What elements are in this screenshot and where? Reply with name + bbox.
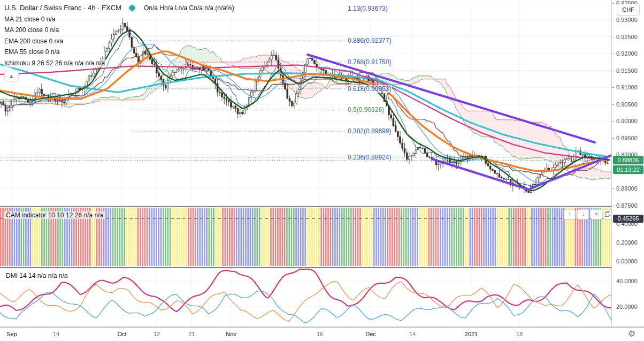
indicator-row-ma200[interactable]: MA 200 close 0 n/a xyxy=(4,26,60,34)
price-axis-tick: 0.91000 xyxy=(616,84,638,90)
time-axis-tick: 12 xyxy=(154,331,160,337)
data-source-dot-icon xyxy=(129,5,135,11)
dmi-axis-tick: 40.0000 xyxy=(616,278,638,284)
indicator-row-ema200[interactable]: EMA 200 close 0 n/a xyxy=(4,37,65,46)
symbol-title[interactable]: U.S. Dollar / Swiss Franc · 4h · FXCM xyxy=(4,3,123,12)
maximize-icon xyxy=(604,211,611,217)
pane-divider[interactable] xyxy=(0,206,644,207)
fib-level-label: 0.768(0.91750) xyxy=(347,58,392,66)
currency-toggle-button[interactable]: CHF xyxy=(617,4,640,16)
time-axis-tick: Dec xyxy=(365,331,376,337)
time-axis-tick: 2021 xyxy=(465,331,478,337)
tick-mark xyxy=(612,54,614,54)
time-axis-tick: 16 xyxy=(317,331,323,337)
dmi-axis-tick: 20.0000 xyxy=(616,304,638,310)
indicator-row-ma21[interactable]: MA 21 close 0 n/a xyxy=(4,16,57,24)
dmi-panel-title[interactable]: DMI 14 14 n/a n/a n/a xyxy=(4,272,69,279)
time-axis-tick: 21 xyxy=(188,331,195,337)
tick-mark xyxy=(612,138,614,139)
price-axis-tick: 0.90500 xyxy=(616,101,638,108)
move-pane-down-button[interactable]: ↓ xyxy=(577,209,589,219)
price-axis-tick: 0.92500 xyxy=(616,34,638,40)
time-axis-tick: Sep xyxy=(6,331,17,337)
legend-collapse-button[interactable]: ▲ xyxy=(4,71,19,81)
price-axis[interactable]: 0.935000.930000.925000.920000.915000.910… xyxy=(611,0,644,327)
price-axis-tick: 0.90000 xyxy=(616,118,638,124)
time-axis-tick: Nov xyxy=(226,331,236,337)
price-axis-tick: 0.88000 xyxy=(616,185,638,192)
cam-axis-tick: 0.20000 xyxy=(616,239,638,246)
price-axis-tick: 0.89500 xyxy=(616,135,638,141)
fib-level-label: 0.618(0.90953) xyxy=(347,85,392,93)
close-icon: × xyxy=(594,210,598,218)
tick-mark xyxy=(612,104,614,105)
move-pane-up-button[interactable]: ↑ xyxy=(564,209,576,219)
tick-mark xyxy=(612,71,614,71)
tick-mark xyxy=(612,155,614,155)
time-axis[interactable]: Sep14Oct1221Nov16Dec14202118 xyxy=(0,327,644,341)
price-axis-tick: 0.92000 xyxy=(616,50,638,57)
chart-settings-gear-icon[interactable]: ⚙ xyxy=(624,328,640,340)
time-axis-tick: 14 xyxy=(53,331,59,337)
chevron-up-icon: ▲ xyxy=(9,73,14,79)
up-arrow-icon: ↑ xyxy=(568,210,571,218)
indicator-row-ichimoku[interactable]: Ichimoku 9 26 52 26 n/a n/a n/a n/a xyxy=(4,59,106,67)
time-axis-tick: 14 xyxy=(409,331,416,337)
price-axis-tick: 0.87500 xyxy=(616,202,638,209)
price-axis-tick: 0.91500 xyxy=(616,67,638,74)
tick-mark xyxy=(612,188,614,189)
close-pane-button[interactable]: × xyxy=(591,209,602,219)
cam-axis-tick: 0.00000 xyxy=(616,258,638,264)
tick-mark xyxy=(612,87,614,88)
pane-divider[interactable] xyxy=(0,267,644,268)
tick-mark xyxy=(612,121,614,122)
tradingview-chart-window: U.S. Dollar / Swiss Franc · 4h · FXCM On… xyxy=(0,0,644,341)
fib-level-label: 0.5(0.90326) xyxy=(347,106,385,113)
chart-legend: U.S. Dollar / Swiss Franc · 4h · FXCM On… xyxy=(4,3,236,81)
tick-mark xyxy=(612,206,614,206)
ohlc-values: On/a Hn/a Ln/a Cn/a n/a (n/a%) xyxy=(142,4,236,12)
fib-level-label: 0.236(0.88924) xyxy=(347,154,392,161)
time-axis-tick: 18 xyxy=(516,331,523,337)
tick-mark xyxy=(612,37,614,37)
down-arrow-icon: ↓ xyxy=(581,210,585,218)
indicator-row-ema55[interactable]: EMA 55 close 0 n/a xyxy=(4,48,61,56)
cam-value-badge: 0.45265 xyxy=(613,215,643,223)
price-axis-tick: 0.93000 xyxy=(616,17,638,23)
time-axis-tick: Oct xyxy=(117,331,126,337)
pane-controls: ↑ ↓ × xyxy=(564,209,616,219)
cam-panel-title[interactable]: CAM indicator 10 10 12 26 n/a n/a xyxy=(4,211,105,219)
fib-level-label: 0.382(0.89699) xyxy=(347,127,392,135)
last-price-badge: 0.88836 xyxy=(613,156,643,164)
fib-level-label: 0.886(0.92377) xyxy=(347,37,392,44)
tick-mark xyxy=(612,3,614,4)
tick-mark xyxy=(612,20,614,20)
fib-level-label: 1.13(0.93673) xyxy=(347,5,389,12)
bar-countdown-badge: 01:13:22 xyxy=(613,165,643,174)
